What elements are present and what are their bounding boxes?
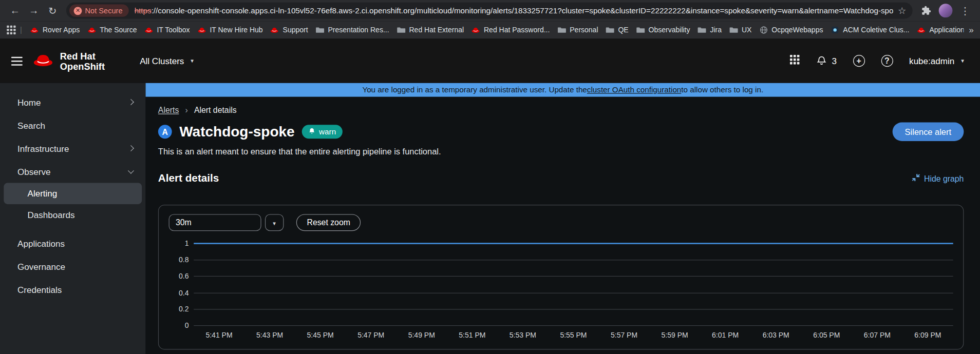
breadcrumb-alerts-link[interactable]: Alerts: [158, 106, 179, 115]
bookmarks-list: Rover AppsThe SourceIT ToolboxIT New Hir…: [27, 24, 964, 36]
sidebar-item-applications[interactable]: Applications: [0, 231, 146, 254]
sidebar-item-label: Credentials: [17, 284, 62, 294]
sidebar-item-label: Governance: [17, 261, 65, 271]
x-tick-label: 6:05 PM: [813, 331, 840, 339]
profile-avatar[interactable]: [939, 4, 953, 17]
severity-badge-label: warn: [319, 127, 336, 136]
bookmark-personal[interactable]: Personal: [554, 24, 601, 36]
redhat-icon: [87, 26, 96, 34]
chart-x-axis: 5:41 PM5:43 PM5:45 PM5:47 PM5:49 PM5:51 …: [194, 329, 953, 343]
redhat-icon: [270, 26, 279, 34]
sidebar-item-search[interactable]: Search: [0, 113, 146, 136]
x-tick-label: 5:53 PM: [510, 331, 536, 339]
bookmark-rover-apps[interactable]: Rover Apps: [27, 24, 83, 36]
chevron-right-icon: ›: [185, 106, 187, 115]
x-tick-label: 5:45 PM: [307, 331, 334, 339]
sidebar-item-alerting[interactable]: Alerting: [4, 183, 142, 204]
bookmark-observability[interactable]: Observability: [633, 24, 693, 36]
bookmark-ocpqewebapps[interactable]: OcpqeWebapps: [756, 24, 826, 36]
bookmark-label: ACM Coletive Clus...: [843, 26, 909, 34]
bookmark-acm-coletive-clus[interactable]: ACM Coletive Clus...: [827, 24, 913, 36]
bookmark-label: OcpqeWebapps: [771, 26, 823, 34]
alert-description: This is an alert meant to ensure that th…: [158, 147, 964, 156]
x-tick-label: 5:57 PM: [611, 331, 637, 339]
bookmark-red-hat-external[interactable]: Red Hat External: [393, 24, 467, 36]
sidebar-item-dashboards[interactable]: Dashboards: [0, 204, 146, 225]
hide-graph-link[interactable]: Hide graph: [912, 173, 964, 183]
sidebar-item-observe[interactable]: Observe: [0, 160, 146, 183]
x-tick-label: 5:55 PM: [560, 331, 587, 339]
folder-icon: [636, 26, 645, 34]
bookmark-presentation-res[interactable]: Presentation Res...: [312, 24, 392, 36]
title-row: A Watchdog-spoke warn Silence alert: [158, 123, 964, 142]
sidebar-item-credentials[interactable]: Credentials: [0, 278, 146, 301]
bookmark-label: Support: [283, 26, 308, 34]
sidebar-item-label: Observe: [17, 166, 50, 176]
bookmark-label: IT Toolbox: [157, 26, 190, 34]
bookmarks-overflow-icon[interactable]: »: [965, 25, 974, 35]
extensions-icon[interactable]: [917, 2, 935, 19]
bookmark-it-toolbox[interactable]: IT Toolbox: [141, 24, 193, 36]
reload-icon[interactable]: ↻: [44, 2, 61, 19]
chevron-down-icon: ▼: [960, 58, 965, 64]
address-bar[interactable]: ✕ Not Secure https://console-openshift-c…: [66, 3, 913, 19]
bookmark-label: QE: [618, 26, 628, 34]
bookmark-it-new-hire-hub[interactable]: IT New Hire Hub: [194, 24, 266, 36]
cluster-selector[interactable]: All Clusters ▼: [140, 56, 195, 66]
bookmark-red-hat-password[interactable]: Red Hat Password...: [468, 24, 553, 36]
gridline: [194, 276, 953, 277]
x-tick-label: 5:59 PM: [662, 331, 688, 339]
time-range-input[interactable]: [169, 214, 261, 231]
apps-grid-icon[interactable]: [6, 25, 16, 35]
hamburger-menu-icon[interactable]: [11, 56, 23, 65]
add-icon[interactable]: +: [853, 55, 865, 67]
chevron-down-icon: ▼: [190, 58, 195, 64]
bookmark-applications-konf[interactable]: Applications | Konf...: [914, 24, 964, 36]
brand-logo: Red Hat OpenShift: [32, 50, 105, 71]
security-chip[interactable]: ✕ Not Secure: [69, 5, 129, 17]
chevron-right-icon: [128, 99, 134, 105]
silence-alert-button[interactable]: Silence alert: [892, 123, 964, 142]
bookmark-label: Rover Apps: [43, 26, 80, 34]
help-icon[interactable]: ?: [881, 55, 893, 67]
bookmark-support[interactable]: Support: [267, 24, 311, 36]
time-range-dropdown-toggle[interactable]: ▼: [265, 214, 284, 231]
gridline: [194, 260, 953, 260]
x-tick-label: 6:07 PM: [864, 331, 891, 339]
chevron-right-icon: [128, 145, 134, 151]
bookmark-qe[interactable]: QE: [602, 24, 632, 36]
acm-icon: [831, 26, 839, 34]
browser-menu-icon[interactable]: ⋮: [956, 2, 974, 19]
not-secure-icon: ✕: [74, 7, 82, 15]
bookmark-star-icon[interactable]: ☆: [898, 5, 906, 16]
bookmark-jira[interactable]: Jira: [694, 24, 725, 36]
banner-text-prefix: You are logged in as a temporary adminis…: [362, 86, 587, 94]
bookmark-label: The Source: [100, 26, 137, 34]
series-line-watchdog-spoke: [194, 243, 953, 244]
redhat-icon: [30, 26, 39, 34]
sidebar-item-governance[interactable]: Governance: [0, 254, 146, 278]
browser-toolbar: ← → ↻ ✕ Not Secure https://console-opens…: [0, 0, 980, 21]
page-content: Alerts › Alert details A Watchdog-spoke …: [146, 97, 980, 350]
user-menu[interactable]: kube:admin ▼: [909, 56, 965, 66]
sidebar-item-label: Alerting: [28, 188, 58, 198]
sidebar-item-infrastructure[interactable]: Infrastructure: [0, 136, 146, 160]
sidebar-item-home[interactable]: Home: [0, 90, 146, 113]
folder-icon: [315, 26, 324, 34]
bookmark-ux[interactable]: UX: [726, 24, 755, 36]
chart-plot: [194, 244, 953, 325]
app-launcher-icon[interactable]: [789, 54, 800, 68]
x-tick-label: 6:03 PM: [763, 331, 789, 339]
x-tick-label: 6:01 PM: [712, 331, 739, 339]
x-tick-label: 5:47 PM: [357, 331, 384, 339]
login-banner: You are logged in as a temporary adminis…: [146, 83, 980, 97]
notifications-button[interactable]: 3: [816, 54, 837, 67]
chart-plot-column: 5:41 PM5:43 PM5:45 PM5:47 PM5:49 PM5:51 …: [194, 244, 953, 343]
forward-icon[interactable]: →: [25, 2, 43, 19]
cluster-selector-label: All Clusters: [140, 56, 184, 66]
reset-zoom-button[interactable]: Reset zoom: [296, 214, 361, 231]
oauth-config-link[interactable]: cluster OAuth configuration: [587, 86, 681, 94]
x-tick-label: 6:09 PM: [914, 331, 941, 339]
back-icon[interactable]: ←: [6, 2, 24, 19]
bookmark-the-source[interactable]: The Source: [84, 24, 140, 36]
